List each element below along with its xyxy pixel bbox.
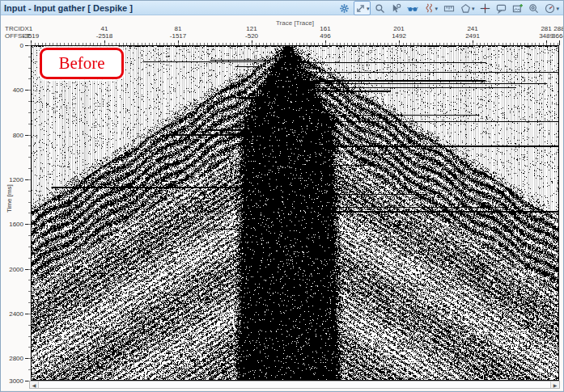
offset-tick-label: 2491 bbox=[465, 32, 480, 40]
toolbar-stereo-glasses-button[interactable] bbox=[405, 1, 420, 15]
trcidx-tick-label: 81 bbox=[175, 25, 182, 32]
stereo-glasses-icon bbox=[407, 3, 418, 14]
offset-tick-label: -3519 bbox=[23, 32, 39, 40]
time-tick-label: 2400 bbox=[1, 310, 23, 318]
time-tick-label: 2800 bbox=[1, 355, 23, 362]
scrollbar-track[interactable] bbox=[39, 381, 550, 388]
offset-tick-label: 3664 bbox=[552, 32, 564, 40]
offset-tick-label: 1492 bbox=[392, 32, 406, 40]
time-tick-label: 0 bbox=[1, 42, 23, 49]
trcidx-tick-label: 161 bbox=[320, 25, 330, 32]
time-tick-label: 400 bbox=[1, 86, 23, 94]
toolbar-wiggle-display-button[interactable]: ▾ bbox=[422, 1, 439, 15]
offset-tick-label: -520 bbox=[245, 32, 258, 40]
trcidx-tick-label: 121 bbox=[246, 25, 257, 32]
compass-icon bbox=[545, 3, 555, 14]
offset-tick-label: 496 bbox=[320, 32, 330, 40]
time-tick-label: 1200 bbox=[1, 176, 23, 183]
time-tick-label: 3000 bbox=[1, 377, 23, 385]
toolbar-settings-button[interactable] bbox=[337, 1, 351, 15]
toolbar-polygon-select-button[interactable]: ▾ bbox=[459, 1, 477, 15]
offset-tick-label: -1517 bbox=[170, 32, 186, 40]
offset-tick-label: -2518 bbox=[96, 32, 112, 40]
trcidx-row-label: TRCIDX bbox=[5, 25, 29, 32]
dropdown-caret-icon[interactable]: ▾ bbox=[556, 6, 559, 11]
toolbar: ▾▾▾▾ bbox=[337, 1, 561, 15]
polygon-select-icon bbox=[460, 3, 471, 14]
toolbar-fit-view-button[interactable]: ▾ bbox=[354, 1, 371, 15]
title-bar: Input - Input gather [ Despike ] ▾▾▾▾ bbox=[1, 1, 563, 15]
scroll-left-button[interactable]: ◀ bbox=[30, 381, 39, 388]
trcidx-tick-label: 241 bbox=[467, 25, 477, 32]
zoom-icon bbox=[375, 3, 385, 14]
dropdown-caret-icon[interactable]: ▾ bbox=[435, 6, 438, 11]
top-axis-title: Trace [Trace] bbox=[31, 19, 559, 27]
dropdown-caret-icon[interactable]: ▾ bbox=[367, 6, 370, 11]
time-tick-label: 1600 bbox=[1, 221, 23, 228]
toolbar-crosshair-button[interactable] bbox=[478, 1, 492, 15]
toolbar-zoom-level-button[interactable] bbox=[527, 1, 541, 15]
trcidx-tick-label: 41 bbox=[101, 25, 108, 32]
toolbar-pick-cursor-button[interactable] bbox=[389, 1, 403, 15]
scrollbar-thumb[interactable] bbox=[39, 381, 550, 388]
before-annotation[interactable]: Before bbox=[40, 48, 124, 79]
trace-header-icon bbox=[443, 3, 455, 14]
trcidx-tick-label: 1 bbox=[29, 25, 32, 32]
toolbar-zoom-button[interactable] bbox=[373, 1, 387, 15]
app-window: Input - Input gather [ Despike ] ▾▾▾▾ Tr… bbox=[0, 0, 564, 392]
toolbar-snapshot-button[interactable] bbox=[511, 1, 524, 15]
fit-view-icon bbox=[355, 3, 366, 14]
before-annotation-text: Before bbox=[58, 53, 104, 74]
comment-icon bbox=[496, 3, 507, 14]
scroll-right-button[interactable]: ▶ bbox=[550, 381, 559, 388]
toolbar-trace-header-button[interactable] bbox=[442, 1, 456, 15]
trcidx-tick-label: 288 bbox=[553, 25, 564, 32]
seismic-plot-canvas[interactable] bbox=[31, 45, 559, 381]
wiggle-display-icon bbox=[424, 3, 434, 14]
snapshot-icon bbox=[512, 3, 523, 14]
time-tick-label: 800 bbox=[1, 131, 23, 138]
time-tick-label: 2000 bbox=[1, 265, 23, 272]
y-axis-title: Time [ms] bbox=[6, 184, 13, 213]
pick-cursor-icon bbox=[391, 3, 401, 14]
toolbar-compass-button[interactable]: ▾ bbox=[543, 1, 561, 15]
window-title: Input - Input gather [ Despike ] bbox=[1, 3, 133, 13]
toolbar-comment-button[interactable] bbox=[494, 1, 508, 15]
crosshair-icon bbox=[480, 3, 490, 14]
viewer-content: Trace [Trace] TRCIDX OFFSET 1-351941-251… bbox=[1, 15, 564, 392]
trcidx-tick-label: 281 bbox=[541, 25, 551, 32]
settings-icon bbox=[339, 3, 350, 14]
zoom-level-icon bbox=[528, 3, 539, 14]
dropdown-caret-icon[interactable]: ▾ bbox=[472, 6, 475, 11]
horizontal-scrollbar[interactable]: ◀ ▶ bbox=[29, 381, 560, 389]
trcidx-tick-label: 201 bbox=[393, 25, 404, 32]
